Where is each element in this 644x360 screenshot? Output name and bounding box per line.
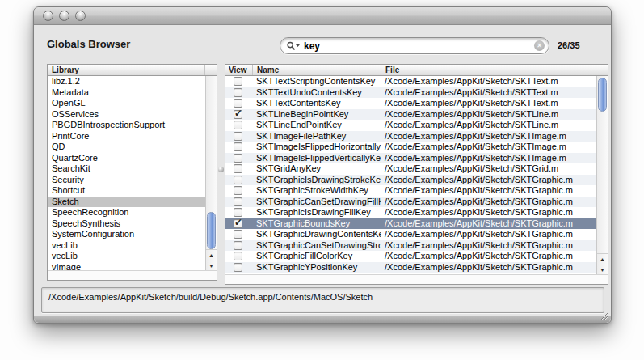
view-checkbox[interactable] <box>234 252 242 260</box>
library-item-label: OpenGL <box>52 98 86 108</box>
view-checkbox[interactable] <box>234 99 242 108</box>
library-horizontal-scrollbar[interactable] <box>48 270 217 280</box>
clear-search-icon[interactable]: ✕ <box>534 40 545 51</box>
column-header-name[interactable]: Name <box>253 65 381 75</box>
global-file-cell: /Xcode/Examples/AppKit/Sketch/SKTText.m <box>381 98 596 109</box>
view-checkbox[interactable] <box>234 154 242 163</box>
library-item-label: Shortcut <box>52 185 85 195</box>
view-checkbox[interactable] <box>234 263 242 272</box>
table-row[interactable]: SKTGraphicDrawingContentsKey /Xcode/Exam… <box>225 229 596 240</box>
library-list-item[interactable]: Metadata <box>48 87 205 99</box>
column-header-view[interactable]: View <box>225 65 253 75</box>
global-file-cell: /Xcode/Examples/AppKit/Sketch/SKTImage.m <box>381 153 596 164</box>
table-row[interactable]: SKTTextScriptingContentsKey /Xcode/Examp… <box>225 76 596 87</box>
global-name-cell: SKTGraphicCanSetDrawingFillKey <box>253 197 381 208</box>
search-field[interactable]: ✕ <box>280 37 549 54</box>
table-row[interactable]: SKTGraphicBoundsKey /Xcode/Examples/AppK… <box>225 218 596 230</box>
library-list-item[interactable]: SearchKit <box>48 163 205 175</box>
library-list-item[interactable]: Sketch <box>48 197 205 208</box>
view-cell <box>225 240 253 252</box>
table-row[interactable]: SKTGraphicStrokeWidthKey /Xcode/Examples… <box>225 185 596 197</box>
library-list-item[interactable]: OpenGL <box>48 98 205 109</box>
library-list-item[interactable]: PBGDBIntrospectionSupport <box>48 120 205 131</box>
view-checkbox[interactable] <box>234 77 242 86</box>
table-row[interactable]: SKTLineEndPointKey /Xcode/Examples/AppKi… <box>225 120 596 131</box>
view-cell <box>225 87 253 99</box>
page-title: Globals Browser <box>47 38 130 50</box>
global-file-cell: /Xcode/Examples/AppKit/Sketch/SKTGraphic… <box>381 229 596 240</box>
table-row[interactable]: SKTGraphicIsDrawingStrokeKey /Xcode/Exam… <box>225 175 596 186</box>
table-row[interactable]: SKTLineBeginPointKey /Xcode/Examples/App… <box>225 109 596 121</box>
library-scrollbar-thumb[interactable] <box>207 212 216 249</box>
library-list-item[interactable]: vecLib <box>48 240 205 252</box>
table-row[interactable]: SKTGraphicFillColorKey /Xcode/Examples/A… <box>225 251 596 262</box>
global-name-cell: SKTTextUndoContentsKey <box>253 87 381 99</box>
library-item-label: Security <box>52 175 84 184</box>
library-list-item[interactable]: OSServices <box>48 109 205 121</box>
view-checkbox[interactable] <box>234 164 242 173</box>
library-list-item[interactable]: SystemConfiguration <box>48 229 205 240</box>
view-checkbox[interactable] <box>234 208 242 217</box>
table-row[interactable]: SKTGraphicCanSetDrawingFillKey /Xcode/Ex… <box>225 197 596 208</box>
view-checkbox[interactable] <box>234 110 242 119</box>
library-column-header[interactable]: Library <box>48 65 205 75</box>
view-cell <box>225 163 253 175</box>
view-checkbox[interactable] <box>234 176 242 184</box>
view-checkbox[interactable] <box>234 121 242 129</box>
table-row[interactable]: SKTTextContentsKey /Xcode/Examples/AppKi… <box>225 98 596 109</box>
library-list-item[interactable]: vImage <box>48 262 205 271</box>
library-item-label: vecLib <box>52 251 78 260</box>
library-list-item[interactable]: QuartzCore <box>48 153 205 164</box>
globals-scrollbar-thumb[interactable] <box>598 78 607 112</box>
globals-scroll-arrows: ▲ ▼ <box>597 253 608 274</box>
scroll-up-icon[interactable]: ▲ <box>206 250 217 260</box>
search-menu-icon[interactable] <box>286 41 301 51</box>
library-scrollbar-header-cell <box>205 65 217 75</box>
search-input[interactable] <box>304 40 534 52</box>
global-file-cell: /Xcode/Examples/AppKit/Sketch/SKTText.m <box>381 76 596 87</box>
pane-splitter-handle[interactable] <box>218 167 224 172</box>
view-checkbox[interactable] <box>234 219 242 228</box>
minimize-button[interactable] <box>59 11 69 21</box>
global-name-cell: SKTGraphicDrawingContentsKey <box>253 229 381 240</box>
library-list-item[interactable]: SpeechRecognition <box>48 207 205 218</box>
view-checkbox[interactable] <box>234 241 242 250</box>
view-checkbox[interactable] <box>234 142 242 151</box>
table-row[interactable]: SKTGridAnyKey /Xcode/Examples/AppKit/Ske… <box>225 163 596 175</box>
resize-grip-icon[interactable] <box>598 310 609 321</box>
table-row[interactable]: SKTGraphicYPositionKey /Xcode/Examples/A… <box>225 262 596 273</box>
global-name-cell: SKTGraphicYPositionKey <box>253 262 381 273</box>
view-checkbox[interactable] <box>234 230 242 239</box>
library-vertical-scrollbar[interactable]: ▲ ▼ <box>205 76 217 270</box>
library-list-item[interactable]: libz.1.2 <box>48 76 205 87</box>
library-item-label: SpeechRecognition <box>52 207 128 217</box>
table-row[interactable]: SKTImageIsFlippedVerticallyKey /Xcode/Ex… <box>225 153 596 164</box>
table-row[interactable]: SKTTextUndoContentsKey /Xcode/Examples/A… <box>225 87 596 99</box>
library-list-item[interactable]: QD <box>48 142 205 153</box>
library-item-label: PrintCore <box>52 131 89 141</box>
column-header-file[interactable]: File <box>381 65 596 75</box>
global-name-cell: SKTImageFilePathKey <box>253 131 381 142</box>
close-button[interactable] <box>43 11 53 21</box>
view-checkbox[interactable] <box>234 197 242 206</box>
library-list-item[interactable]: Shortcut <box>48 185 205 197</box>
library-list-item[interactable]: SpeechSynthesis <box>48 218 205 230</box>
zoom-button[interactable] <box>75 11 86 21</box>
library-list-item[interactable]: Security <box>48 175 205 186</box>
table-row[interactable]: SKTImageIsFlippedHorizontallyKey /Xcode/… <box>225 142 596 153</box>
globals-vertical-scrollbar[interactable]: ▲ ▼ <box>596 76 608 274</box>
globals-horizontal-scrollbar[interactable] <box>225 274 608 284</box>
view-checkbox[interactable] <box>234 132 242 141</box>
table-row[interactable]: SKTGraphicIsDrawingFillKey /Xcode/Exampl… <box>225 207 596 218</box>
table-row[interactable]: SKTImageFilePathKey /Xcode/Examples/AppK… <box>225 131 596 142</box>
library-list-body: libz.1.2 Metadata OpenGL OSServices PBGD… <box>48 76 205 270</box>
library-list-item[interactable]: vecLib <box>48 251 205 262</box>
titlebar[interactable] <box>34 7 611 25</box>
view-checkbox[interactable] <box>234 88 242 97</box>
table-row[interactable]: SKTGraphicCanSetDrawingStrokeKey /Xcode/… <box>225 240 596 252</box>
view-checkbox[interactable] <box>234 186 242 195</box>
scroll-up-icon[interactable]: ▲ <box>597 254 608 265</box>
library-list-item[interactable]: PrintCore <box>48 131 205 142</box>
global-file-cell: /Xcode/Examples/AppKit/Sketch/SKTImage.m <box>381 142 596 153</box>
library-item-label: PBGDBIntrospectionSupport <box>52 120 165 129</box>
